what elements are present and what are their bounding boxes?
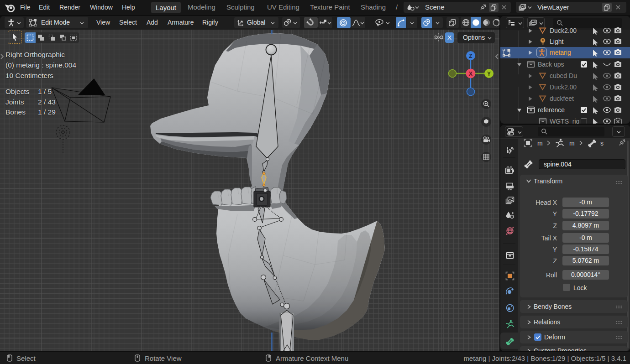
svg-text:X: X <box>469 71 473 77</box>
svg-text:Z: Z <box>469 53 472 59</box>
svg-text:Y: Y <box>487 71 491 77</box>
